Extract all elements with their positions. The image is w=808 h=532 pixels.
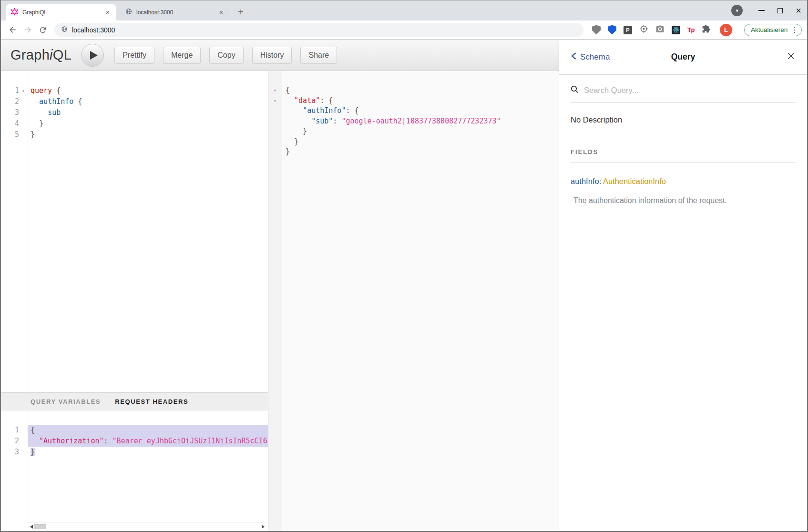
doc-search-input[interactable]: [584, 86, 796, 95]
code-line: ▾ "data": {: [268, 96, 559, 106]
type-description: No Description: [571, 115, 796, 124]
fold-spacer: [271, 106, 279, 116]
code-token: [286, 96, 294, 105]
camera-extension-icon[interactable]: [655, 24, 665, 35]
tab-close-icon[interactable]: ×: [217, 9, 225, 16]
tab-localhost[interactable]: localhost:3000 ×: [120, 4, 230, 20]
tab-title: localhost:3000: [136, 9, 214, 16]
fold-spacer: [19, 436, 28, 447]
code-token: }: [31, 119, 43, 128]
code-token: [31, 437, 39, 445]
code-token: :: [104, 437, 113, 445]
graphiql-topbar: GraphiQL Prettify Merge Copy History Sha…: [1, 40, 559, 71]
code-token: }: [31, 130, 35, 139]
code-line: ▾{: [268, 85, 559, 96]
field-name-link[interactable]: authInfo: [571, 177, 599, 185]
window-close-button[interactable]: ×: [796, 6, 801, 15]
download-icon[interactable]: ▾: [731, 5, 743, 16]
address-text: localhost:3000: [72, 26, 115, 34]
tab-graphiql[interactable]: GraphiQL ×: [6, 4, 116, 20]
code-token: }: [286, 147, 290, 156]
forward-icon[interactable]: [21, 23, 34, 37]
code-token: query: [31, 86, 52, 95]
fold-spacer: [271, 137, 279, 147]
new-tab-button[interactable]: +: [234, 5, 247, 19]
code-token: "data": [294, 96, 320, 105]
tab-title: GraphiQL: [22, 9, 100, 16]
doc-explorer: Schema Query No Description FIELDS: [559, 40, 807, 531]
code-token: [286, 106, 303, 115]
play-icon: [90, 51, 98, 60]
chevron-left-icon: [571, 52, 577, 62]
tab-query-variables[interactable]: QUERY VARIABLES: [31, 398, 101, 405]
line-number: 4: [1, 118, 19, 129]
minimize-button[interactable]: [758, 10, 765, 11]
fold-spacer: [271, 147, 279, 157]
ublock-extension-icon[interactable]: [592, 25, 601, 35]
menu-dots-icon[interactable]: ⋮: [791, 26, 798, 34]
doc-explorer-header: Schema Query: [559, 40, 807, 75]
code-token: }: [286, 127, 307, 135]
copy-button[interactable]: Copy: [209, 47, 243, 64]
p-extension-icon[interactable]: P: [624, 26, 632, 34]
code-token: sub: [48, 108, 61, 117]
fold-icon[interactable]: ▾: [271, 96, 279, 106]
prettify-button[interactable]: Prettify: [114, 47, 154, 64]
code-token: [31, 97, 39, 106]
fold-spacer: [19, 118, 28, 129]
back-icon[interactable]: [6, 23, 19, 37]
scroll-right-icon[interactable]: [262, 525, 265, 529]
tab-request-headers[interactable]: REQUEST HEADERS: [115, 398, 188, 405]
code-token: }: [31, 448, 35, 456]
request-headers-editor[interactable]: 1{2 "Authorization": "Bearer eyJhbGciOiJ…: [1, 410, 268, 531]
scroll-left-icon[interactable]: [30, 525, 33, 529]
bitwarden-extension-icon[interactable]: [608, 25, 616, 35]
code-token: "google-oauth2|108377380082777232373": [341, 117, 501, 125]
field-type-link[interactable]: AuthenticationInfo: [603, 177, 666, 185]
tp-extension-icon[interactable]: Tp: [687, 26, 695, 33]
update-browser-button[interactable]: Aktualisieren ⋮: [744, 24, 802, 36]
tab-close-icon[interactable]: ×: [104, 9, 112, 16]
react-devtools-extension-icon[interactable]: [672, 26, 680, 34]
code-line: }: [268, 147, 559, 157]
variable-editor-tabs: QUERY VARIABLES REQUEST HEADERS: [1, 392, 268, 410]
code-token: "Bearer eyJhbGciOiJSUzI1NiIsInR5cCI6: [113, 437, 267, 445]
doc-close-icon[interactable]: [787, 51, 796, 62]
puzzle-extensions-icon[interactable]: [702, 24, 711, 35]
code-token: {: [31, 426, 35, 434]
doc-back-label: Schema: [580, 52, 610, 62]
merge-button[interactable]: Merge: [163, 47, 201, 64]
code-line: 2 "Authorization": "Bearer eyJhbGciOiJSU…: [1, 436, 268, 447]
maximize-button[interactable]: [777, 8, 783, 13]
query-editor[interactable]: 1▾query {2 authInfo {3 sub4 }5}: [1, 71, 268, 392]
graphiql-app: GraphiQL Prettify Merge Copy History Sha…: [1, 40, 807, 531]
fold-spacer: [19, 447, 28, 458]
line-number: 2: [1, 436, 19, 447]
result-viewer: ▾{▾ "data": { "authInfo": { "sub": "goog…: [268, 71, 559, 531]
graphql-logo-icon: [10, 8, 19, 18]
fold-spacer: [19, 107, 28, 118]
doc-back-link[interactable]: Schema: [571, 52, 671, 62]
code-token: : {: [320, 96, 333, 105]
crosshair-extension-icon[interactable]: [639, 24, 648, 35]
fold-spacer: [271, 126, 279, 137]
field-description: The authentication information of the re…: [571, 196, 796, 205]
tab-separator: [231, 8, 231, 17]
code-token: [31, 108, 48, 117]
code-line: 3 sub: [1, 107, 268, 118]
fold-icon[interactable]: ▾: [19, 85, 28, 96]
history-button[interactable]: History: [252, 47, 292, 64]
address-bar[interactable]: localhost:3000: [54, 23, 583, 37]
code-token: {: [286, 86, 290, 94]
fold-spacer: [19, 129, 28, 140]
tab-strip: GraphiQL × localhost:3000 × + ▾ ×: [1, 0, 807, 20]
globe-icon: [125, 8, 133, 17]
fold-icon[interactable]: ▾: [271, 85, 279, 96]
profile-avatar[interactable]: L: [720, 24, 732, 36]
horizontal-scrollbar[interactable]: [28, 522, 266, 530]
scrollbar-thumb[interactable]: [34, 524, 46, 529]
reload-icon[interactable]: [36, 23, 50, 37]
share-button[interactable]: Share: [300, 47, 337, 64]
code-line: "sub": "google-oauth2|108377380082777232…: [268, 116, 559, 127]
execute-button[interactable]: [81, 44, 104, 67]
